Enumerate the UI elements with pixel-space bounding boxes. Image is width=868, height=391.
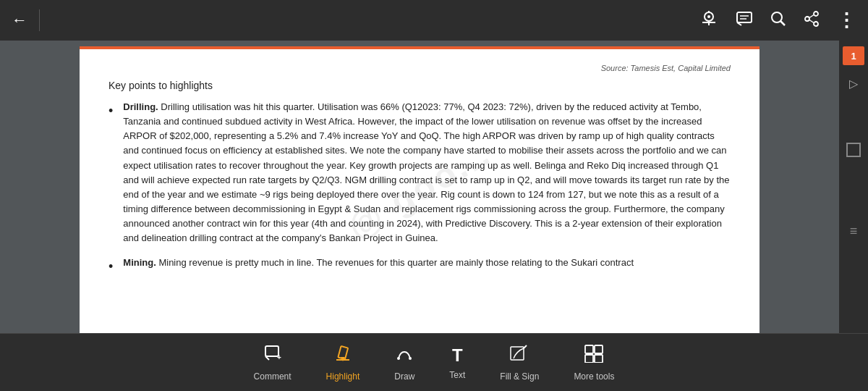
fill-sign-tool-icon — [509, 344, 529, 367]
drilling-label: Drilling. — [123, 101, 158, 112]
fill-sign-tool-label: Fill & Sign — [500, 371, 539, 382]
bullet-dot-2: • — [109, 257, 113, 277]
top-toolbar: ← — [0, 0, 868, 41]
comment-tool-button[interactable]: + Comment — [237, 338, 309, 387]
bullet-text-mining: Mining. Mining revenue is pretty much in… — [123, 256, 731, 270]
svg-point-22 — [397, 357, 400, 360]
comment-tool-icon: + — [263, 344, 282, 367]
main-area: Source: Tamesis Est, Capital Limited @ g… — [0, 41, 868, 333]
svg-rect-27 — [595, 345, 603, 353]
svg-point-13 — [814, 22, 818, 26]
toolbar-divider — [39, 9, 40, 31]
svg-line-15 — [809, 20, 814, 22]
draw-tool-label: Draw — [394, 371, 414, 382]
share-icon[interactable] — [804, 11, 820, 30]
bullet-item-mining: • Mining. Mining revenue is pretty much … — [109, 256, 731, 277]
drilling-text: Drilling utilisation was hit this quarte… — [123, 101, 729, 243]
comment-icon[interactable] — [736, 11, 753, 30]
back-button[interactable]: ← — [12, 11, 27, 30]
highlight-tool-label: Highlight — [326, 371, 360, 382]
bullet-text-drilling: Drilling. Drilling utilisation was hit t… — [123, 100, 731, 245]
fill-sign-tool-button[interactable]: Fill & Sign — [482, 338, 556, 387]
mining-text: Mining revenue is pretty much in line. T… — [156, 257, 634, 268]
svg-point-12 — [805, 17, 809, 21]
text-tool-button[interactable]: T Text — [432, 340, 482, 386]
pdf-page: Source: Tamesis Est, Capital Limited @ g… — [80, 46, 760, 333]
svg-line-25 — [524, 345, 527, 348]
more-tools-label: More tools — [574, 371, 614, 382]
bullet-dot: • — [109, 101, 113, 122]
svg-rect-5 — [737, 12, 752, 22]
svg-text:+: + — [277, 353, 281, 361]
page-number: 1 — [843, 46, 864, 65]
bullet-item-drilling: • Drilling. Drilling utilisation was hit… — [109, 100, 731, 245]
expand-icon[interactable]: ▷ — [849, 77, 858, 91]
svg-point-23 — [409, 357, 412, 360]
bottom-toolbar: + Comment Highlight Draw T Text — [0, 333, 868, 391]
reading-mode-icon[interactable] — [699, 11, 718, 30]
svg-line-14 — [809, 14, 814, 17]
svg-point-3 — [707, 15, 710, 18]
svg-point-11 — [814, 12, 818, 16]
text-tool-icon: T — [452, 345, 463, 366]
highlight-tool-icon — [333, 344, 352, 367]
more-options-icon[interactable]: ⋮ — [837, 9, 856, 32]
page-accent — [80, 46, 760, 49]
top-bar-left: ← — [12, 9, 51, 31]
more-tools-button[interactable]: More tools — [556, 338, 631, 387]
more-tools-icon — [584, 344, 604, 367]
text-tool-label: Text — [449, 370, 465, 380]
comment-tool-label: Comment — [254, 371, 292, 382]
top-bar-right: ⋮ — [699, 9, 856, 32]
search-icon[interactable] — [770, 11, 786, 30]
right-sidebar: 1 ▷ ≡ — [839, 41, 868, 333]
svg-line-10 — [780, 21, 785, 25]
section-title: Key points to highlights — [109, 80, 731, 91]
svg-rect-28 — [585, 355, 593, 363]
svg-rect-29 — [595, 355, 603, 363]
bullet-list: • Drilling. Drilling utilisation was hit… — [109, 100, 731, 277]
draw-tool-button[interactable]: Draw — [377, 338, 432, 387]
sidebar-lines-icon: ≡ — [850, 224, 858, 239]
svg-rect-26 — [585, 345, 593, 353]
draw-tool-icon — [395, 344, 414, 367]
svg-point-9 — [772, 12, 782, 22]
source-text: Source: Tamesis Est, Capital Limited — [109, 64, 731, 72]
pdf-viewer: Source: Tamesis Est, Capital Limited @ g… — [0, 41, 839, 333]
sidebar-square-icon — [846, 143, 861, 157]
highlight-tool-button[interactable]: Highlight — [309, 338, 378, 387]
mining-label: Mining. — [123, 257, 156, 268]
